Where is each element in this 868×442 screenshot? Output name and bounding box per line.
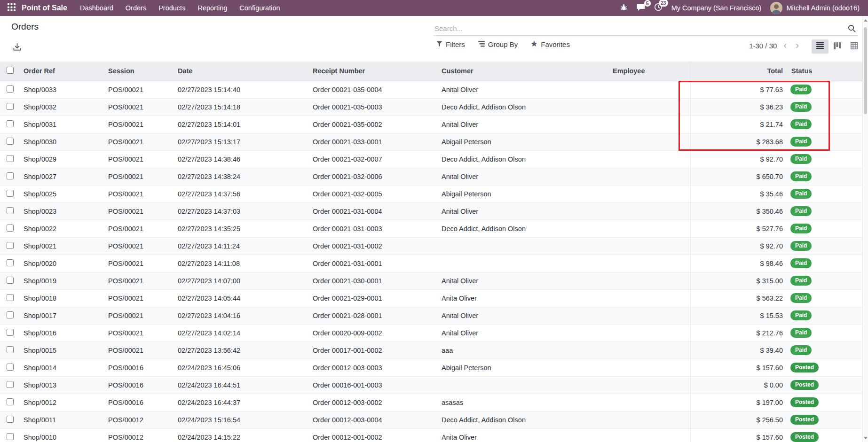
cell-customer[interactable] <box>439 237 610 255</box>
cell-employee[interactable] <box>610 185 690 202</box>
cell-customer[interactable]: Anital Oliver <box>439 324 610 341</box>
view-switch-kanban-button[interactable] <box>829 39 845 54</box>
cell-session[interactable]: POS/00021 <box>105 272 175 289</box>
cell-status[interactable]: Paid <box>789 116 862 133</box>
cell-date[interactable]: 02/27/2023 13:56:42 <box>175 341 310 359</box>
cell-total[interactable]: $ 35.46 <box>690 185 789 202</box>
row-checkbox[interactable] <box>7 85 14 93</box>
cell-employee[interactable] <box>610 411 690 428</box>
cell-date[interactable]: 02/24/2023 16:45:06 <box>175 359 310 376</box>
cell-total[interactable]: $ 256.50 <box>690 411 789 428</box>
table-row[interactable]: Shop/0014POS/0001602/24/2023 16:45:06Ord… <box>0 359 862 376</box>
menu-dashboard[interactable]: Dashboard <box>74 0 119 16</box>
table-row[interactable]: Shop/0010POS/0001202/24/2023 14:15:22Ord… <box>0 428 862 442</box>
cell-total[interactable]: $ 39.40 <box>690 341 789 359</box>
cell-total[interactable]: $ 0.00 <box>690 376 789 394</box>
column-header-order-ref[interactable]: Order Ref <box>21 62 105 81</box>
cell-employee[interactable] <box>610 133 690 150</box>
cell-order-ref[interactable]: Shop/0025 <box>21 185 105 202</box>
table-row[interactable]: Shop/0033POS/0002102/27/2023 15:14:40Ord… <box>0 81 862 98</box>
cell-status[interactable]: Paid <box>789 202 862 220</box>
cell-customer[interactable] <box>439 376 610 394</box>
cell-receipt[interactable]: Order 00012-003-0002 <box>310 394 439 411</box>
cell-customer[interactable]: Abigail Peterson <box>439 359 610 376</box>
row-checkbox[interactable] <box>7 329 14 336</box>
row-checkbox[interactable] <box>7 259 14 266</box>
row-checkbox[interactable] <box>7 103 14 110</box>
cell-total[interactable]: $ 77.63 <box>690 81 789 98</box>
cell-session[interactable]: POS/00021 <box>105 220 175 237</box>
table-row[interactable]: Shop/0023POS/0002102/27/2023 14:37:03Ord… <box>0 202 862 220</box>
cell-status[interactable]: Posted <box>789 394 862 411</box>
table-row[interactable]: Shop/0021POS/0002102/27/2023 14:11:24Ord… <box>0 237 862 255</box>
cell-employee[interactable] <box>610 150 690 168</box>
cell-session[interactable]: POS/00021 <box>105 202 175 220</box>
cell-receipt[interactable]: Order 00021-035-0002 <box>310 116 439 133</box>
cell-customer[interactable]: Anita Oliver <box>439 289 610 307</box>
group-by-button[interactable]: Group By <box>478 40 518 48</box>
table-row[interactable]: Shop/0030POS/0002102/27/2023 15:13:17Ord… <box>0 133 862 150</box>
cell-customer[interactable]: asasas <box>439 394 610 411</box>
menu-products[interactable]: Products <box>152 0 191 16</box>
cell-total[interactable]: $ 15.53 <box>690 307 789 324</box>
cell-status[interactable]: Paid <box>789 307 862 324</box>
cell-receipt[interactable]: Order 00021-029-0001 <box>310 289 439 307</box>
column-header-receipt-number[interactable]: Receipt Number <box>310 62 439 81</box>
debug-bug-button[interactable] <box>620 3 628 13</box>
column-header-status[interactable]: Status <box>789 62 862 81</box>
search-input[interactable] <box>434 24 848 32</box>
cell-status[interactable]: Posted <box>789 428 862 442</box>
row-checkbox[interactable] <box>7 311 14 318</box>
cell-receipt[interactable]: Order 00012-003-0004 <box>310 411 439 428</box>
cell-receipt[interactable]: Order 00020-009-0002 <box>310 324 439 341</box>
table-row[interactable]: Shop/0011POS/0001202/24/2023 15:16:54Ord… <box>0 411 862 428</box>
cell-session[interactable]: POS/00021 <box>105 289 175 307</box>
cell-employee[interactable] <box>610 428 690 442</box>
cell-date[interactable]: 02/27/2023 14:05:44 <box>175 289 310 307</box>
cell-receipt[interactable]: Order 00021-035-0003 <box>310 98 439 116</box>
cell-employee[interactable] <box>610 307 690 324</box>
row-checkbox[interactable] <box>7 172 14 179</box>
apps-menu-button[interactable] <box>4 0 19 16</box>
cell-date[interactable]: 02/24/2023 16:44:37 <box>175 394 310 411</box>
table-row[interactable]: Shop/0019POS/0002102/27/2023 14:07:00Ord… <box>0 272 862 289</box>
menu-configuration[interactable]: Configuration <box>233 0 286 16</box>
cell-receipt[interactable]: Order 00021-032-0005 <box>310 185 439 202</box>
row-checkbox[interactable] <box>7 155 14 162</box>
cell-receipt[interactable]: Order 00021-031-0004 <box>310 202 439 220</box>
row-checkbox[interactable] <box>7 190 14 197</box>
cell-session[interactable]: POS/00021 <box>105 116 175 133</box>
cell-session[interactable]: POS/00021 <box>105 255 175 272</box>
cell-total[interactable]: $ 197.00 <box>690 394 789 411</box>
cell-session[interactable]: POS/00016 <box>105 376 175 394</box>
cell-status[interactable]: Paid <box>789 133 862 150</box>
row-checkbox[interactable] <box>7 277 14 284</box>
cell-order-ref[interactable]: Shop/0027 <box>21 168 105 185</box>
cell-date[interactable]: 02/27/2023 14:11:08 <box>175 255 310 272</box>
cell-order-ref[interactable]: Shop/0033 <box>21 81 105 98</box>
cell-date[interactable]: 02/27/2023 14:35:25 <box>175 220 310 237</box>
cell-order-ref[interactable]: Shop/0017 <box>21 307 105 324</box>
cell-session[interactable]: POS/00016 <box>105 394 175 411</box>
table-row[interactable]: Shop/0027POS/0002102/27/2023 14:38:24Ord… <box>0 168 862 185</box>
cell-employee[interactable] <box>610 98 690 116</box>
cell-employee[interactable] <box>610 272 690 289</box>
cell-date[interactable]: 02/27/2023 14:38:46 <box>175 150 310 168</box>
cell-receipt[interactable]: Order 00012-001-0002 <box>310 428 439 442</box>
cell-date[interactable]: 02/27/2023 14:07:00 <box>175 272 310 289</box>
cell-customer[interactable] <box>439 255 610 272</box>
table-row[interactable]: Shop/0025POS/0002102/27/2023 14:37:56Ord… <box>0 185 862 202</box>
cell-employee[interactable] <box>610 394 690 411</box>
cell-session[interactable]: POS/00012 <box>105 411 175 428</box>
cell-order-ref[interactable]: Shop/0018 <box>21 289 105 307</box>
cell-customer[interactable]: Anital Oliver <box>439 272 610 289</box>
cell-total[interactable]: $ 283.68 <box>690 133 789 150</box>
cell-employee[interactable] <box>610 255 690 272</box>
pager-previous-button[interactable]: ‹ <box>781 40 789 51</box>
row-checkbox[interactable] <box>7 364 14 371</box>
menu-reporting[interactable]: Reporting <box>191 0 233 16</box>
cell-customer[interactable]: Anital Oliver <box>439 202 610 220</box>
cell-customer[interactable]: Anita Oliver <box>439 428 610 442</box>
cell-order-ref[interactable]: Shop/0019 <box>21 272 105 289</box>
cell-receipt[interactable]: Order 00021-030-0001 <box>310 272 439 289</box>
